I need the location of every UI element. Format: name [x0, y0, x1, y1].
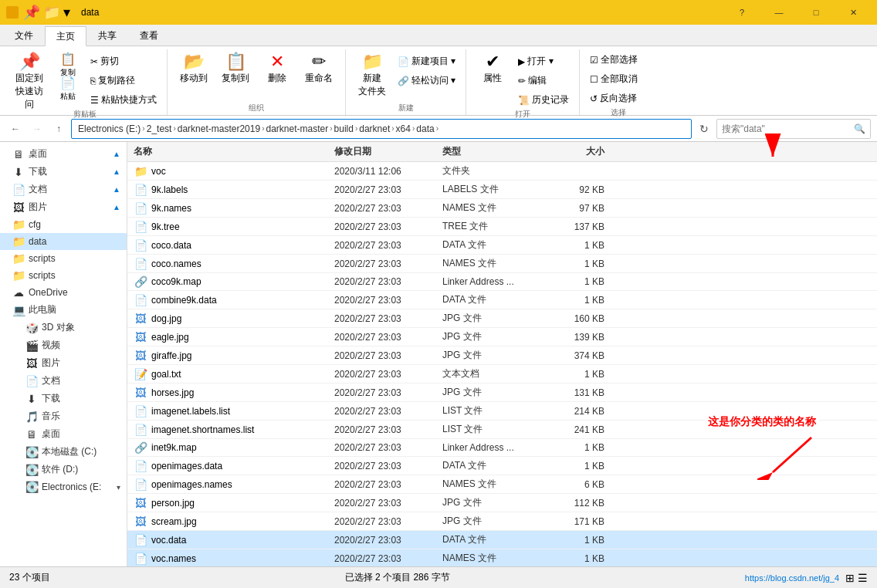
- sidebar-item-documents[interactable]: 📄 文档 ▲: [0, 181, 127, 198]
- sidebar-item-thispc[interactable]: 💻 此电脑: [0, 301, 127, 319]
- file-date: 2020/2/27 23:03: [334, 387, 442, 398]
- open-button[interactable]: ▶ 打开 ▾: [514, 52, 573, 70]
- sidebar-item-3d[interactable]: 🎲 3D 对象: [0, 319, 127, 336]
- cfg-icon: 📁: [12, 218, 25, 231]
- select-all-button[interactable]: ☑ 全部选择: [586, 51, 642, 69]
- sidebar-item-d[interactable]: 💽 软件 (D:): [0, 461, 127, 478]
- sidebar-item-dl2[interactable]: ⬇ 下载: [0, 390, 127, 407]
- file-icon: 🖼: [134, 313, 147, 325]
- path-5[interactable]: build: [334, 123, 354, 134]
- path-7[interactable]: x64: [396, 123, 411, 134]
- file-name-text: dog.jpg: [151, 313, 181, 324]
- tab-share[interactable]: 共享: [86, 25, 128, 46]
- pin-indicator: ▲: [113, 150, 120, 158]
- table-row[interactable]: 📄 openimages.names 2020/2/27 23:03 NAMES…: [127, 475, 877, 494]
- sidebar-item-data[interactable]: 📁 data: [0, 233, 127, 250]
- file-size: 97 KB: [543, 203, 604, 214]
- path-3[interactable]: darknet-master2019: [178, 123, 260, 134]
- table-row[interactable]: 🔗 coco9k.map 2020/2/27 23:03 Linker Addr…: [127, 273, 877, 291]
- properties-button[interactable]: ✔ 属性: [472, 51, 513, 99]
- table-row[interactable]: 🖼 horses.jpg 2020/2/27 23:03 JPG 文件 131 …: [127, 384, 877, 402]
- invert-selection-button[interactable]: ↺ 反向选择: [586, 90, 642, 107]
- table-row[interactable]: 🖼 scream.jpg 2020/2/27 23:03 JPG 文件 171 …: [127, 512, 877, 531]
- col-size-header[interactable]: 大小: [543, 145, 604, 158]
- search-box[interactable]: 🔍: [716, 119, 871, 139]
- sidebar-item-scripts2[interactable]: 📁 scripts: [0, 267, 127, 284]
- move-button[interactable]: 📂 移动到: [174, 51, 214, 99]
- tab-home[interactable]: 主页: [45, 26, 86, 46]
- tab-file[interactable]: 文件: [3, 25, 45, 46]
- forward-button[interactable]: →: [28, 120, 46, 138]
- copyto-button[interactable]: 📋 复制到: [215, 51, 256, 99]
- path-4[interactable]: darknet-master: [266, 123, 328, 134]
- table-row[interactable]: 📄 9k.labels 2020/2/27 23:03 LABELS 文件 92…: [127, 181, 877, 199]
- table-row[interactable]: 📄 9k.names 2020/2/27 23:03 NAMES 文件 97 K…: [127, 199, 877, 218]
- maximize-btn[interactable]: □: [798, 0, 834, 25]
- deselect-all-button[interactable]: ☐ 全部取消: [586, 70, 642, 88]
- path-parts: Electronics (E:) › 2_test › darknet-mast…: [78, 123, 438, 134]
- minimize-btn[interactable]: —: [761, 0, 797, 25]
- close-btn[interactable]: ✕: [835, 0, 871, 25]
- tab-view[interactable]: 查看: [128, 25, 170, 46]
- table-row[interactable]: 📝 goal.txt 2020/2/27 23:03 文本文档 1 KB: [127, 365, 877, 384]
- sidebar-item-desktop2[interactable]: 🖥 桌面: [0, 425, 127, 443]
- sidebar-item-desktop[interactable]: 🖥 桌面 ▲: [0, 145, 127, 163]
- table-row[interactable]: 📄 9k.tree 2020/2/27 23:03 TREE 文件 137 KB: [127, 218, 877, 236]
- sidebar-item-scripts1[interactable]: 📁 scripts: [0, 250, 127, 267]
- cut-button[interactable]: ✂ 剪切: [86, 52, 161, 70]
- history-button[interactable]: 📜 历史记录: [514, 91, 573, 109]
- table-row[interactable]: 📄 voc.names 2020/2/27 23:03 NAMES 文件 1 K…: [127, 549, 877, 566]
- sidebar-item-docs2[interactable]: 📄 文档: [0, 372, 127, 390]
- help-btn[interactable]: ?: [724, 0, 760, 25]
- copy-path-button[interactable]: ⎘ 复制路径: [86, 72, 161, 90]
- new-item-button[interactable]: 📄 新建项目 ▾: [394, 52, 459, 70]
- sidebar-item-pictures[interactable]: 🖼 图片 ▲: [0, 198, 127, 216]
- table-row[interactable]: 🖼 eagle.jpg 2020/2/27 23:03 JPG 文件 139 K…: [127, 328, 877, 346]
- sidebar-item-c[interactable]: 💽 本地磁盘 (C:): [0, 443, 127, 461]
- path-1[interactable]: Electronics (E:): [78, 123, 141, 134]
- paste-button[interactable]: 📄 粘贴: [51, 75, 85, 98]
- table-row[interactable]: 📄 imagenet.shortnames.list 2020/2/27 23:…: [127, 421, 877, 439]
- file-type: 文件夹: [442, 164, 543, 177]
- table-row[interactable]: 🔗 inet9k.map 2020/2/27 23:03 Linker Addr…: [127, 439, 877, 457]
- table-row[interactable]: 🖼 dog.jpg 2020/2/27 23:03 JPG 文件 160 KB: [127, 309, 877, 328]
- copy-button[interactable]: 📋 复制: [51, 51, 85, 74]
- rename-button[interactable]: ✏ 重命名: [299, 51, 339, 99]
- paste-shortcut-button[interactable]: ☰ 粘贴快捷方式: [86, 91, 161, 109]
- easy-access-button[interactable]: 🔗 轻松访问 ▾: [394, 72, 459, 90]
- path-8[interactable]: data: [416, 123, 434, 134]
- sidebar-item-downloads[interactable]: ⬇ 下载 ▲: [0, 163, 127, 181]
- dropdown-icon[interactable]: ▾: [63, 4, 70, 21]
- path-2[interactable]: 2_test: [147, 123, 172, 134]
- table-row[interactable]: 📄 openimages.data 2020/2/27 23:03 DATA 文…: [127, 457, 877, 475]
- search-input[interactable]: [722, 123, 851, 134]
- pin-button[interactable]: 📌 固定到快速访问: [9, 51, 49, 99]
- col-type-header[interactable]: 类型: [442, 145, 543, 158]
- table-row[interactable]: 📄 imagenet.labels.list 2020/2/27 23:03 L…: [127, 402, 877, 421]
- table-row[interactable]: 📄 coco.data 2020/2/27 23:03 DATA 文件 1 KB: [127, 236, 877, 255]
- path-6[interactable]: darknet: [359, 123, 390, 134]
- col-date-header[interactable]: 修改日期: [334, 145, 442, 158]
- sidebar-item-video[interactable]: 🎬 视频: [0, 336, 127, 354]
- sidebar-item-onedrive[interactable]: ☁ OneDrive: [0, 284, 127, 301]
- table-row[interactable]: 📄 voc.data 2020/2/27 23:03 DATA 文件 1 KB: [127, 531, 877, 549]
- sidebar-item-music[interactable]: 🎵 音乐: [0, 407, 127, 425]
- table-row[interactable]: 📁 voc 2020/3/11 12:06 文件夹: [127, 162, 877, 181]
- address-path[interactable]: Electronics (E:) › 2_test › darknet-mast…: [71, 119, 692, 139]
- up-button[interactable]: ↑: [49, 120, 68, 138]
- ribbon-tabs: 文件 主页 共享 查看: [0, 25, 877, 46]
- sidebar-item-pics2[interactable]: 🖼 图片: [0, 354, 127, 372]
- table-row[interactable]: 📄 coco.names 2020/2/27 23:03 NAMES 文件 1 …: [127, 255, 877, 273]
- table-row[interactable]: 🖼 giraffe.jpg 2020/2/27 23:03 JPG 文件 374…: [127, 346, 877, 365]
- refresh-button[interactable]: ↻: [695, 120, 713, 138]
- sidebar-item-cfg[interactable]: 📁 cfg: [0, 216, 127, 233]
- col-name-header[interactable]: 名称: [134, 145, 334, 158]
- sidebar-item-e[interactable]: 💽 Electronics (E: ▾: [0, 478, 127, 495]
- back-button[interactable]: ←: [6, 120, 25, 138]
- table-row[interactable]: 🖼 person.jpg 2020/2/27 23:03 JPG 文件 112 …: [127, 494, 877, 512]
- table-row[interactable]: 📄 combine9k.data 2020/2/27 23:03 DATA 文件…: [127, 291, 877, 309]
- new-folder-button[interactable]: 📁 新建文件夹: [352, 51, 392, 99]
- edit-button[interactable]: ✏ 编辑: [514, 72, 573, 90]
- file-date: 2020/2/27 23:03: [334, 203, 442, 214]
- delete-button[interactable]: ✕ 删除: [257, 51, 297, 99]
